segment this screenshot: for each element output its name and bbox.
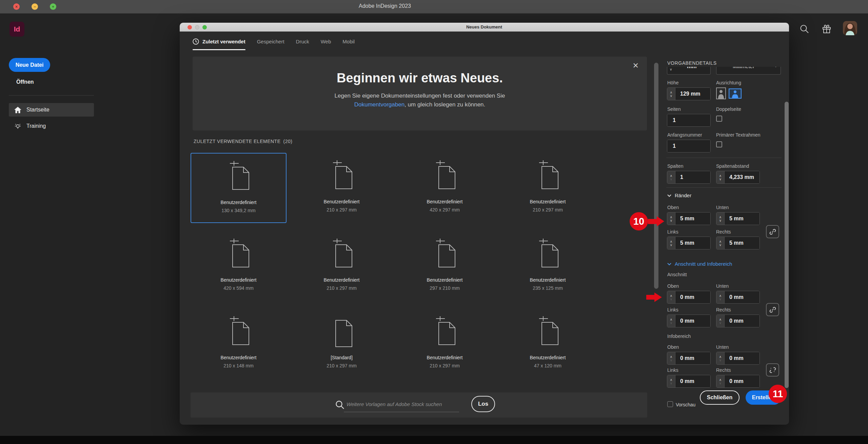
raender-links-stepper[interactable]: ∧∨ 5 mm xyxy=(667,237,711,249)
infobereich-oben-stepper[interactable]: ∧∨ 0 mm xyxy=(667,352,711,365)
stepper-up-icon[interactable]: ∧ xyxy=(670,240,672,243)
stepper-down-icon[interactable]: ∨ xyxy=(719,298,722,301)
window-close-icon[interactable]: × xyxy=(13,3,20,10)
stepper-buttons[interactable]: ∧∨ xyxy=(667,213,675,225)
infobereich-unten-stepper[interactable]: ∧∨ 0 mm xyxy=(716,352,760,365)
preset-card[interactable]: Benutzerdefiniert 210 x 297 mm xyxy=(500,153,596,223)
anschnitt-oben-stepper[interactable]: ∧∨ 0 mm xyxy=(667,291,711,304)
stepper-buttons[interactable]: ∧∨ xyxy=(667,171,675,183)
raender-oben-value[interactable]: 5 mm xyxy=(675,213,710,225)
infobereich-rechts-value[interactable]: 0 mm xyxy=(725,375,760,387)
anschnitt-link-values-button[interactable] xyxy=(766,303,779,316)
preset-card[interactable]: Benutzerdefiniert 210 x 297 mm xyxy=(397,309,493,379)
infobereich-rechts-stepper[interactable]: ∧∨ 0 mm xyxy=(716,375,760,388)
raender-section-header[interactable]: Ränder xyxy=(667,193,691,198)
stepper-buttons[interactable]: ∧∨ xyxy=(667,237,675,249)
new-file-button[interactable]: Neue Datei xyxy=(9,58,50,72)
stepper-down-icon[interactable]: ∨ xyxy=(670,178,672,181)
preset-card[interactable]: Benutzerdefiniert 420 x 297 mm xyxy=(397,153,493,223)
dialog-close-icon[interactable] xyxy=(188,25,192,29)
breite-stepper-clipped[interactable]: ∨ mm xyxy=(667,67,711,75)
dokumentvorgaben-link[interactable]: Dokumentvorgaben xyxy=(354,101,405,108)
infobereich-unten-value[interactable]: 0 mm xyxy=(725,352,760,364)
infobereich-unlink-values-button[interactable] xyxy=(766,363,779,377)
stepper-up-icon[interactable]: ∧ xyxy=(670,378,672,381)
stepper-down-icon[interactable]: ∨ xyxy=(670,321,672,324)
anschnitt-rechts-value[interactable]: 0 mm xyxy=(725,315,760,327)
tab-zuletzt-verwendet[interactable]: Zuletzt verwendet xyxy=(193,32,245,51)
portrait-orientation-icon[interactable] xyxy=(716,87,726,99)
schliessen-button[interactable]: Schließen xyxy=(700,390,739,405)
stepper-up-icon[interactable]: ∧ xyxy=(670,174,672,177)
anschnitt-unten-value[interactable]: 0 mm xyxy=(725,291,760,303)
gift-icon[interactable] xyxy=(822,24,832,34)
stepper-up-icon[interactable]: ∧ xyxy=(719,355,722,358)
close-icon[interactable]: ✕ xyxy=(633,62,639,69)
stepper-down-icon[interactable]: ∨ xyxy=(670,382,672,385)
stepper-down-icon[interactable]: ∨ xyxy=(719,321,722,324)
stepper-up-icon[interactable]: ∧ xyxy=(719,174,722,177)
stepper-down-icon[interactable]: ∨ xyxy=(719,219,722,222)
stepper-down-icon[interactable]: ∨ xyxy=(719,382,722,385)
stepper-up-icon[interactable]: ∧ xyxy=(719,294,722,297)
stepper-up-icon[interactable]: ∧ xyxy=(670,355,672,358)
spalten-value[interactable]: 1 xyxy=(675,171,710,183)
anschnitt-unten-stepper[interactable]: ∧∨ 0 mm xyxy=(716,291,760,304)
sidebar-item-startseite[interactable]: Startseite xyxy=(9,103,94,117)
anschnitt-rechts-stepper[interactable]: ∧∨ 0 mm xyxy=(716,315,760,327)
stepper-buttons[interactable]: ∧∨ xyxy=(716,352,725,364)
seiten-value[interactable]: 1 xyxy=(667,114,710,126)
preset-card[interactable]: Benutzerdefiniert 297 x 210 mm xyxy=(397,231,493,301)
stepper-buttons[interactable]: ∧∨ xyxy=(667,375,675,387)
stepper-buttons[interactable]: ∧∨ xyxy=(667,352,675,364)
stepper-buttons[interactable]: ∧∨ xyxy=(716,315,725,327)
infobereich-oben-value[interactable]: 0 mm xyxy=(675,352,710,364)
tab-mobil[interactable]: Mobil xyxy=(342,32,355,51)
raender-oben-stepper[interactable]: ∧∨ 5 mm xyxy=(667,212,711,225)
stepper-up-icon[interactable]: ∧ xyxy=(719,378,722,381)
stepper-buttons[interactable]: ∧∨ xyxy=(667,88,675,100)
textrahmen-checkbox[interactable] xyxy=(716,141,722,147)
stepper-down-icon[interactable]: ∨ xyxy=(719,178,722,181)
vorschau-checkbox[interactable] xyxy=(667,401,673,407)
anfangsnummer-value[interactable]: 1 xyxy=(667,140,710,152)
infobereich-links-stepper[interactable]: ∧∨ 0 mm xyxy=(667,375,711,388)
stepper-down-icon[interactable]: ∨ xyxy=(670,219,672,222)
raender-unten-value[interactable]: 5 mm xyxy=(725,213,760,225)
stepper-up-icon[interactable]: ∧ xyxy=(670,216,672,219)
stepper-down-icon[interactable]: ∨ xyxy=(670,359,672,362)
preset-card[interactable]: Benutzerdefiniert 420 x 594 mm xyxy=(191,231,287,301)
stepper-buttons[interactable]: ∧∨ xyxy=(716,291,725,303)
stepper-buttons[interactable]: ∧∨ xyxy=(716,171,725,183)
stepper-buttons[interactable]: ∧∨ xyxy=(716,237,725,249)
raender-rechts-value[interactable]: 5 mm xyxy=(725,237,760,249)
stepper-down-icon[interactable]: ∨ xyxy=(719,243,722,246)
anschnitt-links-value[interactable]: 0 mm xyxy=(675,315,710,327)
raender-rechts-stepper[interactable]: ∧∨ 5 mm xyxy=(716,237,760,249)
stepper-down-icon[interactable]: ∨ xyxy=(670,298,672,301)
dialog-zoom-icon[interactable] xyxy=(202,25,207,29)
unit-dropdown-clipped[interactable]: Millimeter ∨ xyxy=(716,67,781,75)
content-scrollbar[interactable] xyxy=(654,63,658,289)
landscape-orientation-icon[interactable] xyxy=(729,88,742,99)
stepper-buttons[interactable]: ∧∨ xyxy=(716,213,725,225)
go-button[interactable]: Los xyxy=(471,396,495,412)
stepper-down-icon[interactable]: ∨ xyxy=(719,359,722,362)
stepper-up-icon[interactable]: ∧ xyxy=(670,294,672,297)
stepper-up-icon[interactable]: ∧ xyxy=(719,216,722,219)
anschnitt-oben-value[interactable]: 0 mm xyxy=(675,291,710,303)
doppelseite-checkbox[interactable] xyxy=(716,116,722,122)
raender-link-values-button[interactable] xyxy=(766,225,779,238)
stepper-buttons[interactable]: ∧∨ xyxy=(667,315,675,327)
anfangsnummer-input[interactable]: 1 xyxy=(667,140,711,153)
stepper-up-icon[interactable]: ∧ xyxy=(670,91,672,94)
stepper-down-icon[interactable]: ∨ xyxy=(670,94,672,97)
preset-card[interactable]: Benutzerdefiniert 47 x 120 mm xyxy=(500,309,596,379)
sidebar-item-training[interactable]: Training xyxy=(9,119,94,133)
open-button[interactable]: Öffnen xyxy=(16,79,34,85)
spalten-stepper[interactable]: ∧∨ 1 xyxy=(667,171,711,184)
seiten-input[interactable]: 1 xyxy=(667,114,711,127)
stepper-up-icon[interactable]: ∧ xyxy=(670,318,672,321)
tab-gespeichert[interactable]: Gespeichert xyxy=(257,32,284,51)
user-avatar[interactable] xyxy=(843,21,857,35)
